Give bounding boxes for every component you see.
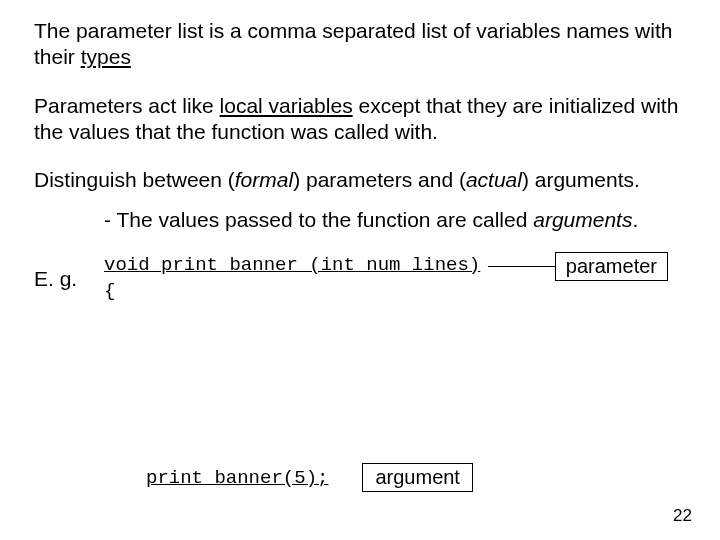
text: arguments [535,168,634,191]
text: ) [522,168,535,191]
text: ) [293,168,306,191]
slide: The parameter list is a comma separated … [0,0,720,540]
code-wrap: void print_banner (int num_lines) { para… [104,252,686,305]
text: Parameters act like [34,94,220,117]
example-row: E. g. - The values passed to the functio… [34,207,686,304]
code-line: { [104,280,115,302]
code-line: void print_banner (int num_lines) [104,254,480,276]
argument-label-box: argument [362,463,473,492]
example-subtext: - The values passed to the function are … [104,207,686,233]
text: parameters [306,168,412,191]
text-underlined: types [81,45,131,68]
text: Distinguish between ( [34,168,235,191]
paragraph-1: The parameter list is a comma separated … [34,18,686,71]
text: . [634,168,640,191]
text: . [632,208,638,231]
example-label: E. g. [34,207,104,291]
text-italic: arguments [533,208,632,231]
text-underlined: local variables [220,94,353,117]
parameter-label-box: parameter [555,252,668,281]
text: - The values passed to the function are … [104,208,533,231]
page-number: 22 [673,506,692,526]
text-italic: formal [235,168,293,191]
example-body: - The values passed to the function are … [104,207,686,304]
text-italic: actual [466,168,522,191]
text: and ( [412,168,466,191]
paragraph-2: Parameters act like local variables exce… [34,93,686,146]
argument-row: print_banner(5); argument [146,463,473,492]
argument-code: print_banner(5); [146,467,328,489]
paragraph-3: Distinguish between (formal) parameters … [34,167,686,193]
